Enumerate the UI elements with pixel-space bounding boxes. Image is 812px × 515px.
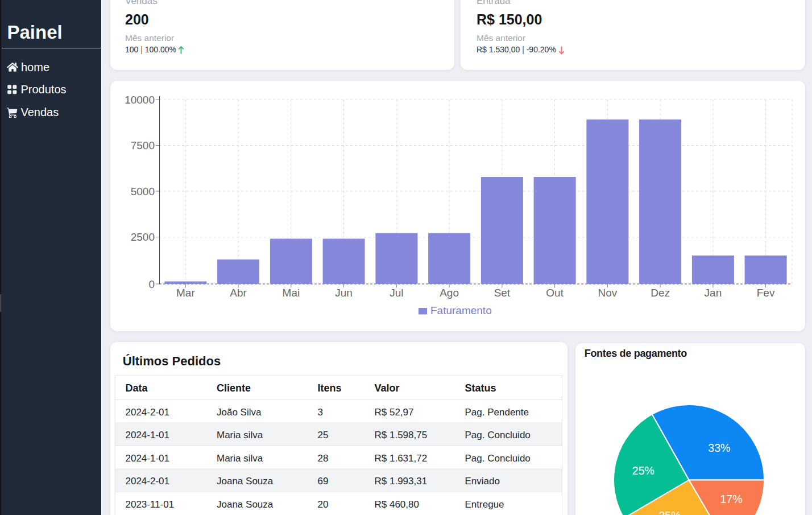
svg-text:3: 3 — [317, 407, 322, 418]
svg-text:2024-2-01: 2024-2-01 — [125, 407, 169, 418]
svg-text:100 | 100.00%: 100 | 100.00% — [125, 45, 176, 54]
svg-text:17%: 17% — [720, 493, 742, 505]
svg-text:R$ 150,00: R$ 150,00 — [477, 11, 542, 27]
svg-text:Últimos Pedidos: Últimos Pedidos — [123, 354, 221, 368]
svg-text:Joana Souza: Joana Souza — [217, 499, 274, 510]
svg-text:R$ 1.530,00 | -90.20%: R$ 1.530,00 | -90.20% — [477, 45, 556, 54]
svg-text:28: 28 — [317, 453, 328, 464]
svg-text:Mar: Mar — [176, 287, 195, 299]
svg-text:2024-1-01: 2024-1-01 — [125, 453, 169, 464]
svg-text:200: 200 — [125, 11, 149, 27]
svg-text:R$ 1.993,31: R$ 1.993,31 — [374, 476, 427, 487]
svg-text:Set: Set — [494, 287, 511, 299]
svg-text:33%: 33% — [708, 442, 730, 454]
svg-text:Maria silva: Maria silva — [217, 453, 263, 464]
svg-text:5000: 5000 — [131, 186, 155, 197]
svg-text:Mai: Mai — [283, 287, 300, 299]
svg-text:Entregue: Entregue — [465, 499, 504, 510]
svg-text:Faturamento: Faturamento — [430, 304, 492, 316]
svg-text:25: 25 — [317, 430, 328, 440]
svg-text:Joana Souza: Joana Souza — [217, 476, 274, 487]
svg-text:Fontes de pagamento: Fontes de pagamento — [585, 348, 687, 359]
svg-text:R$ 1.598,75: R$ 1.598,75 — [374, 430, 427, 440]
svg-text:Jan: Jan — [705, 287, 722, 299]
svg-text:João Silva: João Silva — [217, 407, 262, 418]
svg-text:Pag. Pendente: Pag. Pendente — [465, 407, 528, 418]
svg-text:Dez: Dez — [651, 287, 670, 299]
svg-text:Ago: Ago — [440, 287, 459, 299]
svg-text:2500: 2500 — [131, 231, 155, 243]
svg-text:Pag. Concluido: Pag. Concluido — [465, 453, 530, 464]
svg-text:25%: 25% — [632, 464, 654, 477]
svg-text:Mês anterior: Mês anterior — [477, 33, 525, 43]
svg-text:R$ 52,97: R$ 52,97 — [374, 407, 413, 418]
svg-text:Jul: Jul — [390, 287, 403, 299]
svg-text:2024-1-01: 2024-1-01 — [125, 430, 169, 440]
svg-text:R$ 460,80: R$ 460,80 — [374, 499, 419, 510]
svg-text:Jun: Jun — [335, 287, 353, 299]
svg-text:Abr: Abr — [230, 287, 247, 299]
svg-text:Vendas: Vendas — [125, 0, 158, 6]
svg-text:Itens: Itens — [317, 382, 341, 394]
svg-text:Pag. Concluido: Pag. Concluido — [465, 430, 530, 440]
svg-text:R$ 1.631,72: R$ 1.631,72 — [374, 453, 427, 464]
svg-text:Nov: Nov — [598, 287, 618, 299]
svg-text:Mês anterior: Mês anterior — [125, 33, 174, 43]
svg-text:Fev: Fev — [757, 287, 775, 299]
svg-text:2024-2-01: 2024-2-01 — [125, 476, 169, 487]
svg-text:10000: 10000 — [125, 94, 155, 106]
svg-text:25%: 25% — [658, 509, 681, 515]
svg-text:2023-11-01: 2023-11-01 — [125, 499, 174, 510]
svg-text:0: 0 — [148, 278, 155, 290]
svg-text:7500: 7500 — [131, 139, 155, 151]
svg-text:69: 69 — [317, 476, 328, 487]
svg-text:Enviado: Enviado — [465, 476, 499, 487]
svg-text:Data: Data — [125, 382, 148, 394]
svg-text:Maria silva: Maria silva — [217, 430, 263, 440]
svg-text:20: 20 — [317, 499, 328, 510]
svg-text:Out: Out — [546, 287, 564, 299]
svg-text:Cliente: Cliente — [217, 382, 251, 394]
svg-text:Status: Status — [465, 382, 496, 394]
svg-text:Entrada: Entrada — [477, 0, 511, 6]
svg-text:Valor: Valor — [374, 382, 399, 394]
